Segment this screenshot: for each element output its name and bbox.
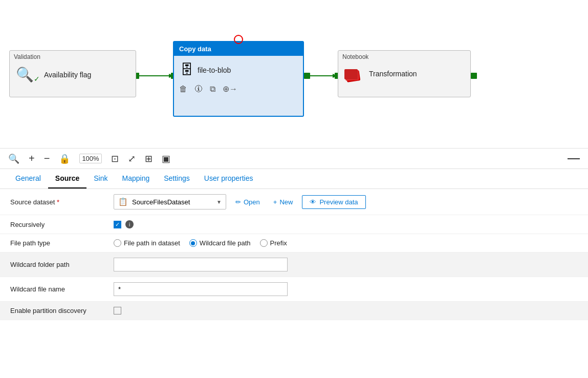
enable-partition-label: Enable partition discovery bbox=[10, 307, 107, 314]
radio-circle-wildcard[interactable] bbox=[189, 239, 197, 247]
tab-general[interactable]: General bbox=[8, 169, 48, 188]
copy-data-icon: 🗄 bbox=[180, 62, 193, 78]
dropdown-arrow-icon: ▼ bbox=[216, 199, 222, 205]
red-circle-indicator bbox=[234, 35, 243, 44]
source-dataset-label: Source dataset * bbox=[10, 198, 107, 206]
layers-icon[interactable]: ▣ bbox=[162, 153, 170, 164]
radio-file-path-in-dataset[interactable]: File path in dataset bbox=[114, 239, 180, 247]
file-path-type-radio-group: File path in dataset Wildcard file path … bbox=[114, 239, 287, 247]
node-copy-label: file-to-blob bbox=[198, 66, 231, 74]
node-validation-label: Availability flag bbox=[44, 71, 91, 79]
fit-screen-icon[interactable]: ⊡ bbox=[111, 153, 119, 164]
node-info-icon[interactable]: 🛈 bbox=[194, 85, 203, 94]
wildcard-folder-path-input[interactable] bbox=[114, 258, 288, 271]
file-path-type-label: File path type bbox=[10, 239, 107, 247]
radio-circle-file-path[interactable] bbox=[114, 239, 121, 247]
wildcard-folder-path-row: Wildcard folder path bbox=[0, 253, 588, 277]
radio-circle-prefix[interactable] bbox=[260, 239, 268, 247]
file-path-type-row: File path type File path in dataset Wild… bbox=[0, 234, 588, 253]
wildcard-folder-path-label: Wildcard folder path bbox=[10, 261, 107, 268]
enable-partition-checkbox[interactable] bbox=[114, 307, 121, 314]
properties-panel: Source dataset * 📋 SourceFilesDataset ▼ … bbox=[0, 189, 588, 320]
wildcard-file-name-label: Wildcard file name bbox=[10, 285, 107, 293]
source-dataset-dropdown[interactable]: 📋 SourceFilesDataset ▼ bbox=[114, 194, 226, 209]
pencil-icon: ✏ bbox=[235, 198, 241, 206]
tab-user-properties[interactable]: User properties bbox=[197, 169, 260, 188]
radio-wildcard-file-path[interactable]: Wildcard file path bbox=[189, 239, 251, 247]
zoom-level[interactable]: 100% bbox=[79, 154, 101, 163]
node-notebook-label: Transformation bbox=[369, 70, 417, 78]
svg-rect-6 bbox=[304, 73, 310, 79]
recursively-controls: ✓ i bbox=[114, 220, 134, 228]
lock-icon[interactable]: 🔒 bbox=[59, 153, 70, 164]
node-notebook-title: Notebook bbox=[338, 51, 470, 62]
radio-prefix[interactable]: Prefix bbox=[260, 239, 287, 247]
preview-data-button[interactable]: 👁 Preview data bbox=[302, 195, 365, 209]
canvas-toolbar: 🔍 + − 🔒 100% ⊡ ⤢ ⊞ ▣ bbox=[0, 149, 588, 169]
node-validation[interactable]: Validation 🔍✓ Availability flag bbox=[9, 50, 136, 97]
pipeline-canvas[interactable]: Validation 🔍✓ Availability flag Copy dat… bbox=[0, 0, 588, 149]
tab-source[interactable]: Source bbox=[48, 169, 86, 188]
source-dataset-value: SourceFilesDataset bbox=[132, 198, 212, 206]
tab-settings[interactable]: Settings bbox=[157, 169, 197, 188]
svg-rect-8 bbox=[471, 73, 477, 79]
add-icon[interactable]: + bbox=[29, 153, 35, 164]
recursively-label: Recursively bbox=[10, 221, 107, 228]
plus-new-icon: + bbox=[273, 198, 277, 206]
toolbar-divider bbox=[568, 158, 580, 159]
node-copy-title: Copy data bbox=[174, 42, 303, 56]
recursively-checkbox[interactable]: ✓ bbox=[114, 221, 121, 228]
node-validation-title: Validation bbox=[10, 51, 136, 62]
search-toolbar-icon[interactable]: 🔍 bbox=[8, 153, 19, 164]
delete-node-icon[interactable]: 🗑 bbox=[179, 85, 187, 94]
minus-icon[interactable]: − bbox=[44, 153, 50, 164]
dataset-controls: 📋 SourceFilesDataset ▼ ✏ Open + New 👁 Pr… bbox=[114, 194, 578, 209]
source-dataset-row: Source dataset * 📋 SourceFilesDataset ▼ … bbox=[0, 189, 588, 215]
wildcard-file-name-input[interactable] bbox=[114, 282, 288, 296]
auto-layout-icon[interactable]: ⊞ bbox=[145, 153, 153, 164]
new-button[interactable]: + New bbox=[269, 196, 297, 208]
node-copy[interactable]: Copy data 🗄 file-to-blob 🗑 🛈 ⧉ ⊕→ bbox=[173, 41, 304, 117]
node-add-successor-icon[interactable]: ⊕→ bbox=[223, 84, 237, 94]
node-notebook[interactable]: Notebook Transformation bbox=[338, 50, 471, 97]
tab-sink[interactable]: Sink bbox=[86, 169, 115, 188]
property-tabs: General Source Sink Mapping Settings Use… bbox=[0, 169, 588, 189]
recursively-row: Recursively ✓ i bbox=[0, 215, 588, 234]
svg-marker-5 bbox=[333, 74, 338, 78]
node-copy-actions: 🗑 🛈 ⧉ ⊕→ bbox=[174, 82, 303, 96]
wildcard-file-name-row: Wildcard file name bbox=[0, 277, 588, 302]
select-area-icon[interactable]: ⤢ bbox=[128, 153, 136, 164]
node-copy-icon[interactable]: ⧉ bbox=[210, 85, 215, 94]
enable-partition-row: Enable partition discovery bbox=[0, 302, 588, 320]
validation-icon: 🔍✓ bbox=[16, 66, 40, 83]
preview-icon: 👁 bbox=[310, 198, 316, 206]
tab-mapping[interactable]: Mapping bbox=[115, 169, 157, 188]
open-button[interactable]: ✏ Open bbox=[231, 196, 264, 208]
recursively-info-icon[interactable]: i bbox=[125, 220, 134, 228]
dataset-file-icon: 📋 bbox=[118, 197, 128, 206]
notebook-stack-icon bbox=[344, 66, 362, 81]
